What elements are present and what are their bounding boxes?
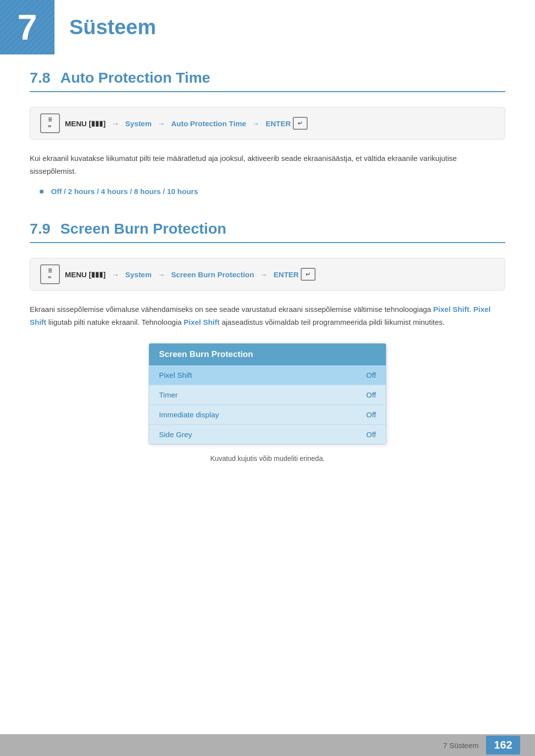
nav-path-item-78: Auto Protection Time: [171, 119, 246, 128]
chapter-title: Süsteem: [69, 15, 156, 39]
chapter-number: 7: [17, 7, 37, 48]
nav-menu-label-79: MENU: [65, 270, 87, 279]
sbp-row-immediate[interactable]: Immediate display Off: [149, 405, 386, 425]
section-78-number: 7.8: [30, 69, 51, 86]
sbp-menu-box: Screen Burn Protection Pixel Shift Off T…: [149, 343, 386, 445]
nav-brackets-close-78: ]: [103, 119, 106, 128]
section-78-options: Off / 2 hours / 4 hours / 8 hours / 10 h…: [40, 187, 505, 196]
nav-system-78: System: [125, 119, 152, 128]
sbp-value-sidegrey: Off: [366, 430, 376, 439]
body-text4-79: ajaseadistus võimaldab teil programmeeri…: [219, 318, 444, 326]
nav-brackets-open-78: [: [87, 119, 91, 128]
section-79-header: 7.9 Screen Burn Protection: [30, 220, 505, 243]
sbp-label-immediate: Immediate display: [159, 410, 219, 419]
nav-enter-78: ENTER: [266, 119, 291, 128]
sbp-row-sidegrey[interactable]: Side Grey Off: [149, 425, 386, 444]
menu-icon-79: ☰m: [40, 264, 60, 284]
menu-icon-78: ☰m: [40, 113, 60, 133]
section-78-body: Kui ekraanil kuvatakse liikumatut pilti …: [30, 152, 505, 177]
section-79: 7.9 Screen Burn Protection ☰m MENU [ ▮▮▮…: [30, 220, 505, 462]
page-footer: 7 Süsteem 162: [0, 734, 535, 756]
section-78: 7.8 Auto Protection Time ☰m MENU [ ▮▮▮ ]…: [30, 69, 505, 196]
enter-icon-78: ↵: [293, 117, 308, 130]
sbp-value-immediate: Off: [366, 410, 376, 419]
section-79-title: Screen Burn Protection: [60, 220, 226, 237]
nav-path-78: ☰m MENU [ ▮▮▮ ] → System → Auto Protecti…: [30, 107, 505, 140]
enter-icon-79: ↵: [301, 268, 316, 281]
bullet-dot-78: [40, 190, 44, 194]
sbp-row-timer[interactable]: Timer Off: [149, 385, 386, 405]
section-78-header: 7.8 Auto Protection Time: [30, 69, 505, 92]
nav-path-item-79: Screen Burn Protection: [171, 270, 254, 279]
body-text1-79: Ekraani sissepõlemise võimaluse vähendam…: [30, 305, 433, 313]
nav-arrow3-78: →: [250, 119, 262, 128]
nav-arrow1-79: →: [109, 270, 121, 279]
options-text-78: Off / 2 hours / 4 hours / 8 hours / 10 h…: [51, 187, 198, 196]
sbp-title: Screen Burn Protection: [149, 344, 386, 365]
options-bullet: Off / 2 hours / 4 hours / 8 hours / 10 h…: [40, 187, 505, 196]
nav-arrow1-78: →: [109, 119, 121, 128]
sbp-label-timer: Timer: [159, 391, 178, 399]
sbp-row-pixel-shift[interactable]: Pixel Shift Off: [149, 365, 386, 385]
nav-menu-bars-79: ▮▮▮: [91, 270, 103, 278]
sbp-value-pixel-shift: Off: [366, 371, 376, 379]
nav-enter-79: ENTER: [273, 270, 299, 279]
sbp-value-timer: Off: [366, 391, 376, 399]
nav-arrow3-79: →: [258, 270, 269, 279]
section-78-title: Auto Protection Time: [60, 69, 211, 86]
main-content: 7.8 Auto Protection Time ☰m MENU [ ▮▮▮ ]…: [0, 69, 535, 527]
pixel-shift-1: Pixel Shift: [433, 305, 470, 313]
nav-system-79: System: [125, 270, 152, 279]
body-text3-79: liigutab pilti natuke ekraanil. Tehnoloo…: [46, 318, 183, 326]
sbp-caption: Kuvatud kujutis võib mudeliti erineda.: [30, 454, 505, 462]
nav-brackets-open-79: [: [87, 270, 91, 279]
chapter-block: 7: [0, 0, 54, 54]
nav-arrow2-79: →: [156, 270, 167, 279]
section-79-number: 7.9: [30, 220, 51, 237]
nav-arrow2-78: →: [156, 119, 167, 128]
section-79-body: Ekraani sissepõlemise võimaluse vähendam…: [30, 303, 505, 328]
pixel-shift-3: Pixel Shift: [184, 318, 220, 326]
sbp-label-sidegrey: Side Grey: [159, 430, 192, 439]
page-header: 7 Süsteem: [0, 0, 535, 54]
footer-chapter-text: 7 Süsteem: [443, 741, 479, 750]
sbp-label-pixel-shift: Pixel Shift: [159, 371, 192, 379]
nav-menu-bars-78: ▮▮▮: [91, 119, 103, 127]
nav-brackets-close-79: ]: [103, 270, 106, 279]
nav-menu-label-78: MENU: [65, 119, 87, 128]
footer-page-number: 162: [486, 736, 520, 755]
nav-path-79: ☰m MENU [ ▮▮▮ ] → System → Screen Burn P…: [30, 258, 505, 291]
